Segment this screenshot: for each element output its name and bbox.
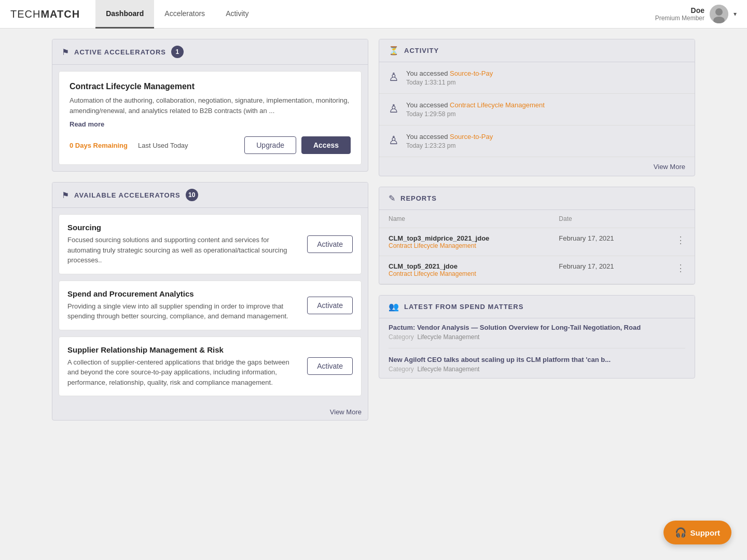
active-accelerators-panel: ⚑ ACTIVE ACCELERATORS 1 Contract Lifecyc…: [52, 39, 368, 172]
spend-category-0: Lifecycle Management: [417, 333, 479, 341]
table-row: CLM_top5_2021_jdoe Contract Lifecycle Ma…: [379, 256, 695, 284]
avail-item-title-0: Sourcing: [67, 223, 301, 232]
logo-tech: TECH: [10, 8, 40, 20]
user-icon-2: ♙: [389, 134, 399, 147]
available-accelerators-panel: ⚑ AVAILABLE ACCELERATORS 10 Sourcing Foc…: [52, 182, 368, 421]
list-item: Sourcing Focused sourcing solutions and …: [59, 214, 362, 274]
report-name-cell-0: CLM_top3_midprice_2021_jdoe Contract Lif…: [379, 228, 549, 256]
left-column: ⚑ ACTIVE ACCELERATORS 1 Contract Lifecyc…: [52, 39, 368, 421]
spend-item-title-0[interactable]: Pactum: Vendor Analysis — Solution Overv…: [389, 324, 685, 331]
activity-text-2: You accessed Source-to-Pay: [406, 133, 493, 141]
svg-point-1: [715, 8, 723, 16]
available-accelerators-header: ⚑ AVAILABLE ACCELERATORS 10: [52, 183, 368, 208]
active-accelerators-title: ACTIVE ACCELERATORS: [74, 48, 166, 56]
upgrade-button[interactable]: Upgrade: [244, 136, 296, 154]
list-item: ♙ You accessed Source-to-Pay Today 1:23:…: [379, 125, 695, 157]
read-more-link[interactable]: Read more: [70, 120, 104, 128]
activity-item-text-2: You accessed Source-to-Pay Today 1:23:23…: [406, 133, 493, 149]
report-date-0: February 17, 2021: [549, 228, 655, 256]
header: TECHMATCH Dashboard Accelerators Activit…: [0, 0, 747, 29]
reports-title: REPORTS: [400, 194, 437, 202]
activate-button-0[interactable]: Activate: [307, 235, 353, 253]
active-accelerator-card: Contract Lifecycle Management Automation…: [59, 71, 362, 165]
activity-item-text-1: You accessed Contract Lifecycle Manageme…: [406, 101, 545, 118]
report-name-1: CLM_top5_2021_jdoe: [389, 262, 540, 270]
activity-time-2: Today 1:23:23 pm: [406, 142, 493, 149]
spend-category-label-1: Category: [389, 366, 414, 373]
available-view-more-row: View More: [52, 402, 368, 420]
list-item: Spend and Procurement Analytics Providin…: [59, 281, 362, 330]
avail-item-title-1: Spend and Procurement Analytics: [67, 289, 301, 298]
avail-item-title-2: Supplier Relationship Management & Risk: [67, 345, 301, 354]
available-view-more-link[interactable]: View More: [330, 408, 362, 416]
activity-title: ACTIVITY: [404, 47, 439, 54]
spend-matters-title: LATEST FROM SPEND MATTERS: [404, 303, 523, 311]
spend-matters-header: 👥 LATEST FROM SPEND MATTERS: [379, 296, 695, 318]
report-category-0[interactable]: Contract Lifecycle Management: [389, 242, 540, 249]
nav-accelerators[interactable]: Accelerators: [154, 0, 215, 29]
report-menu-0[interactable]: ⋮: [655, 228, 695, 256]
reports-col-actions: [655, 210, 695, 228]
active-accelerators-header: ⚑ ACTIVE ACCELERATORS 1: [52, 39, 368, 65]
activity-before-0: You accessed: [406, 69, 448, 77]
activity-link-2[interactable]: Source-to-Pay: [450, 133, 493, 141]
spend-item-meta-0: Category Lifecycle Management: [389, 333, 685, 341]
user-icon-0: ♙: [389, 71, 399, 84]
main-content: ⚑ ACTIVE ACCELERATORS 1 Contract Lifecyc…: [42, 29, 706, 431]
user-role: Premium Member: [655, 15, 704, 22]
activity-time-0: Today 1:33:11 pm: [406, 79, 493, 86]
report-menu-1[interactable]: ⋮: [655, 256, 695, 284]
available-flag-icon: ⚑: [62, 190, 69, 200]
report-date-1: February 17, 2021: [549, 256, 655, 284]
list-item: ♙ You accessed Contract Lifecycle Manage…: [379, 94, 695, 125]
last-used: Last Used Today: [138, 142, 188, 149]
avail-item-desc-2: A collection of supplier-centered applic…: [67, 357, 301, 388]
user-info: Doe Premium Member: [655, 6, 704, 22]
activity-link-0[interactable]: Source-to-Pay: [450, 69, 493, 77]
active-accel-desc: Automation of the authoring, collaborati…: [70, 95, 351, 116]
activity-view-more-link[interactable]: View More: [654, 163, 685, 171]
reports-panel: ✎ REPORTS Name Date CLM_top3_midprice_20…: [379, 187, 695, 285]
activity-item-text-0: You accessed Source-to-Pay Today 1:33:11…: [406, 69, 493, 86]
activity-before-2: You accessed: [406, 133, 448, 141]
access-button[interactable]: Access: [301, 136, 351, 154]
activity-list: ♙ You accessed Source-to-Pay Today 1:33:…: [379, 62, 695, 157]
spend-item-title-1[interactable]: New Agiloft CEO talks about scaling up i…: [389, 356, 685, 363]
activate-button-2[interactable]: Activate: [307, 357, 353, 375]
activity-panel: ⏳ ACTIVITY ♙ You accessed Source-to-Pay …: [379, 39, 695, 176]
avail-item-desc-0: Focused sourcing solutions and supportin…: [67, 235, 301, 265]
activity-link-1[interactable]: Contract Lifecycle Management: [450, 101, 545, 109]
reports-col-date: Date: [549, 210, 655, 228]
logo-match: MATCH: [40, 8, 80, 20]
avail-item-desc-1: Providing a single view into all supplie…: [67, 301, 301, 321]
active-accel-footer: 0 Days Remaining Last Used Today Upgrade…: [70, 136, 351, 154]
spend-matters-icon: 👥: [389, 302, 399, 312]
nav-activity[interactable]: Activity: [215, 0, 259, 29]
spend-item-meta-1: Category Lifecycle Management: [389, 366, 685, 373]
activity-time-1: Today 1:29:58 pm: [406, 110, 545, 118]
spend-divider: [389, 348, 685, 348]
activity-text-0: You accessed Source-to-Pay: [406, 69, 493, 77]
activate-button-1[interactable]: Activate: [307, 297, 353, 314]
dropdown-arrow-icon[interactable]: ▾: [734, 10, 737, 18]
avatar: [710, 5, 728, 23]
nav: Dashboard Accelerators Activity: [95, 0, 259, 29]
activity-before-1: You accessed: [406, 101, 448, 109]
header-right: Doe Premium Member ▾: [655, 5, 737, 23]
reports-col-name: Name: [379, 210, 549, 228]
list-item: Supplier Relationship Management & Risk …: [59, 337, 362, 397]
nav-dashboard[interactable]: Dashboard: [95, 0, 154, 29]
reports-chart-icon: ✎: [389, 193, 395, 203]
active-accelerators-badge: 1: [171, 46, 184, 58]
days-remaining: 0 Days Remaining: [70, 142, 128, 149]
user-icon-1: ♙: [389, 102, 399, 116]
list-item: New Agiloft CEO talks about scaling up i…: [389, 356, 685, 373]
avail-item-text-0: Sourcing Focused sourcing solutions and …: [67, 223, 301, 265]
available-list: Sourcing Focused sourcing solutions and …: [52, 208, 368, 402]
spend-matters-list: Pactum: Vendor Analysis — Solution Overv…: [379, 318, 695, 378]
accelerators-flag-icon: ⚑: [62, 47, 69, 57]
activity-view-more-row: View More: [379, 157, 695, 176]
available-accelerators-title: AVAILABLE ACCELERATORS: [74, 191, 181, 199]
available-accelerators-badge: 10: [186, 189, 198, 201]
report-category-1[interactable]: Contract Lifecycle Management: [389, 270, 540, 277]
